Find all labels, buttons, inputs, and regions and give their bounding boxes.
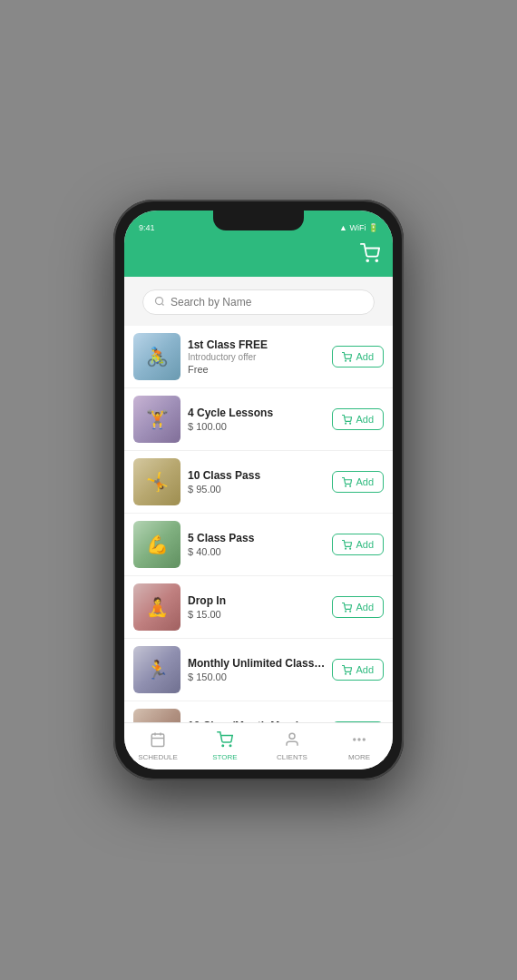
- svg-point-4: [350, 360, 351, 361]
- item-subtitle: Introductory offer: [188, 352, 325, 362]
- nav-item-store[interactable]: STORE: [191, 723, 258, 769]
- nav-label-clients: CLIENTS: [277, 753, 307, 761]
- item-name: 1st Class FREE: [188, 338, 325, 351]
- nav-item-more[interactable]: MORE: [326, 723, 393, 769]
- item-info: 4 Cycle Lessons$ 100.00: [188, 407, 325, 432]
- item-info: Monthly Unlimited Class Memb...$ 150.00: [188, 657, 325, 682]
- add-to-cart-button[interactable]: Add: [332, 534, 384, 555]
- item-price: $ 95.00: [188, 484, 325, 495]
- item-info: 10 Class Pass$ 95.00: [188, 469, 325, 495]
- item-info: Drop In$ 15.00: [188, 594, 325, 620]
- svg-point-5: [346, 423, 346, 424]
- nav-icon-clients: [284, 731, 300, 751]
- item-price: $ 150.00: [188, 671, 325, 682]
- svg-point-14: [350, 673, 351, 674]
- list-item: 🏋️4 Cycle Lessons$ 100.00 Add: [124, 388, 393, 451]
- nav-item-clients[interactable]: CLIENTS: [258, 723, 326, 769]
- add-to-cart-button[interactable]: Add: [332, 408, 384, 430]
- nav-label-schedule: SCHEDULE: [138, 753, 178, 761]
- list-item: 💪5 Class Pass$ 40.00 Add: [124, 514, 393, 576]
- item-image: 🏋️: [133, 709, 180, 722]
- item-price: Free: [188, 364, 325, 375]
- item-name: Drop In: [188, 594, 325, 607]
- status-icons: ▲ WiFi 🔋: [339, 223, 378, 232]
- item-price: $ 100.00: [188, 421, 325, 432]
- item-name: 10 Class Pass: [188, 469, 325, 482]
- list-item: 🤸10 Class Pass$ 95.00 Add: [124, 451, 393, 514]
- item-info: 5 Class Pass$ 40.00: [188, 532, 325, 557]
- item-image: 🧘: [133, 583, 180, 631]
- svg-point-11: [346, 611, 346, 612]
- item-price: $ 15.00: [188, 609, 325, 620]
- item-name: Monthly Unlimited Class Memb...: [188, 657, 325, 670]
- svg-point-9: [346, 548, 346, 549]
- nav-icon-more: [351, 731, 367, 751]
- status-time: 9:41: [139, 223, 155, 232]
- svg-point-10: [350, 548, 351, 549]
- svg-point-34: [364, 739, 366, 740]
- phone-screen: 9:41 ▲ WiFi 🔋: [124, 211, 393, 769]
- svg-point-8: [350, 485, 351, 486]
- item-name: 5 Class Pass: [188, 532, 325, 544]
- item-name: 4 Cycle Lessons: [188, 407, 325, 419]
- phone-frame: 9:41 ▲ WiFi 🔋: [113, 200, 404, 780]
- packages-list: 🚴1st Class FREEIntroductory offerFree Ad…: [124, 326, 393, 722]
- nav-item-schedule[interactable]: SCHEDULE: [124, 723, 191, 769]
- list-item: 🧘Drop In$ 15.00 Add: [124, 576, 393, 639]
- search-icon: [154, 296, 165, 309]
- svg-point-33: [358, 739, 360, 740]
- svg-point-29: [222, 745, 224, 747]
- app-header: [124, 236, 393, 277]
- add-to-cart-button[interactable]: Add: [332, 346, 384, 368]
- nav-label-more: MORE: [348, 753, 370, 761]
- svg-point-32: [354, 739, 356, 740]
- item-image: 🏋️: [133, 396, 180, 443]
- svg-point-1: [376, 260, 377, 261]
- svg-rect-25: [151, 734, 164, 747]
- svg-point-31: [289, 733, 295, 739]
- list-item: 🏋️10 Class/Month Membership$ 75.00 Add: [124, 701, 393, 722]
- bottom-navigation: SCHEDULESTORECLIENTSMORE: [124, 722, 393, 769]
- item-image: 💪: [133, 521, 180, 568]
- item-image: 🚴: [133, 333, 180, 380]
- svg-point-13: [346, 673, 346, 674]
- item-price: $ 40.00: [188, 546, 325, 557]
- item-image: 🤸: [133, 458, 180, 505]
- svg-point-2: [156, 298, 163, 305]
- item-info: 1st Class FREEIntroductory offerFree: [188, 338, 325, 375]
- list-item: 🏃Monthly Unlimited Class Memb...$ 150.00…: [124, 639, 393, 701]
- svg-point-3: [346, 360, 346, 361]
- search-input[interactable]: [171, 296, 363, 309]
- list-item: 🚴1st Class FREEIntroductory offerFree Ad…: [124, 326, 393, 388]
- nav-label-store: STORE: [212, 753, 237, 761]
- add-to-cart-button[interactable]: Add: [332, 471, 384, 493]
- svg-point-0: [366, 260, 368, 261]
- search-bar[interactable]: [142, 289, 375, 315]
- svg-point-6: [350, 423, 351, 424]
- nav-icon-store: [217, 731, 233, 751]
- svg-point-30: [229, 745, 231, 747]
- add-to-cart-button[interactable]: Add: [332, 596, 384, 618]
- svg-point-12: [350, 611, 351, 612]
- add-to-cart-button[interactable]: Add: [332, 659, 384, 681]
- svg-point-7: [346, 485, 346, 486]
- item-image: 🏃: [133, 646, 180, 693]
- phone-notch: [213, 211, 304, 230]
- nav-icon-schedule: [150, 731, 166, 751]
- cart-button[interactable]: [360, 243, 380, 268]
